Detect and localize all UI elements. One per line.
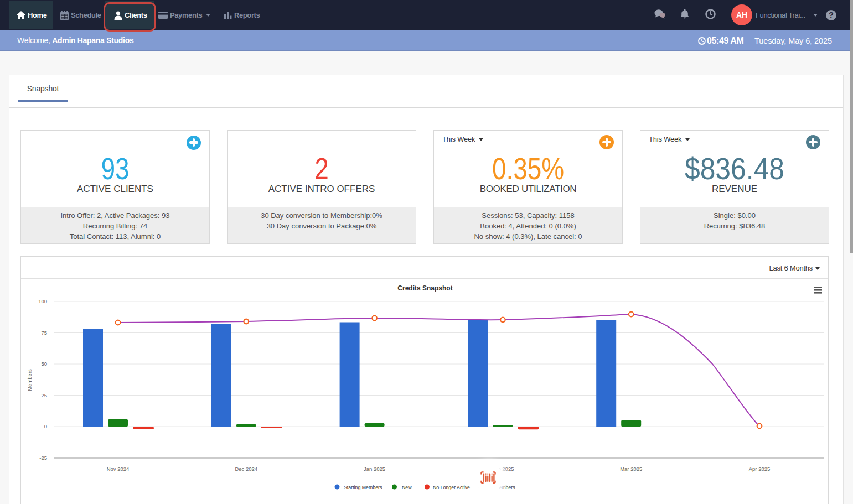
- svg-text:0: 0: [44, 423, 47, 429]
- svg-text:Dec 2024: Dec 2024: [235, 466, 257, 472]
- svg-text:Jan 2025: Jan 2025: [364, 466, 385, 472]
- svg-text:75: 75: [41, 330, 47, 336]
- svg-text:-25: -25: [39, 455, 47, 461]
- svg-text:50: 50: [41, 361, 47, 367]
- svg-text:Nov 2024: Nov 2024: [107, 466, 130, 472]
- svg-text:100: 100: [38, 298, 47, 304]
- svg-text:No Longer Active: No Longer Active: [433, 485, 470, 490]
- svg-text:25: 25: [41, 392, 47, 398]
- svg-text:Members: Members: [27, 369, 33, 391]
- svg-text:New: New: [402, 485, 412, 490]
- svg-text:Apr 2025: Apr 2025: [749, 466, 771, 472]
- svg-text:Credits Snapshot: Credits Snapshot: [397, 284, 452, 292]
- svg-text:Starting Members: Starting Members: [344, 485, 382, 490]
- svg-text:Mar 2025: Mar 2025: [620, 466, 642, 472]
